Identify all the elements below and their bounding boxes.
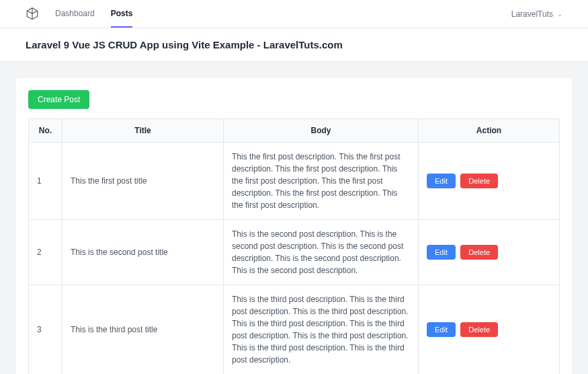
cell-action: Edit Delete [419, 285, 560, 375]
cell-no: 2 [29, 220, 62, 285]
create-post-button[interactable]: Create Post [28, 90, 89, 109]
cell-title: This is the third post title [62, 285, 224, 375]
posts-table: No. Title Body Action 1 This the first p… [28, 118, 560, 374]
edit-button[interactable]: Edit [427, 245, 456, 260]
header-no: No. [29, 119, 62, 143]
header-title: Title [62, 119, 224, 143]
header-body: Body [224, 119, 419, 143]
main-container: Create Post No. Title Body Action 1 This… [0, 62, 588, 374]
delete-button[interactable]: Delete [460, 174, 498, 188]
delete-button[interactable]: Delete [460, 322, 498, 337]
top-navigation: Dashboard Posts LaravelTuts ⌄ [0, 0, 588, 28]
cell-title: This the first post title [62, 143, 224, 220]
delete-button[interactable]: Delete [460, 245, 498, 260]
nav-links: Dashboard Posts [55, 9, 132, 19]
edit-button[interactable]: Edit [427, 174, 456, 188]
table-row: 2 This is the second post title This is … [29, 220, 560, 285]
header-action: Action [419, 119, 560, 143]
table-body: 1 This the first post title This the fir… [29, 143, 560, 375]
nav-left: Dashboard Posts [26, 7, 132, 21]
cell-body: This the first post description. This th… [224, 143, 419, 220]
laravel-logo-icon [26, 7, 39, 21]
table-row: 1 This the first post title This the fir… [29, 143, 560, 220]
nav-link-posts[interactable]: Posts [111, 9, 133, 28]
page-header: Laravel 9 Vue JS CRUD App using Vite Exa… [0, 28, 588, 62]
cell-body: This is the third post description. This… [224, 285, 419, 375]
edit-button[interactable]: Edit [427, 322, 456, 337]
nav-link-dashboard[interactable]: Dashboard [55, 9, 95, 28]
cell-title: This is the second post title [62, 220, 224, 285]
cell-no: 3 [29, 285, 62, 375]
user-menu[interactable]: LaravelTuts ⌄ [511, 9, 562, 19]
chevron-down-icon: ⌄ [557, 10, 562, 17]
posts-card: Create Post No. Title Body Action 1 This… [16, 78, 572, 374]
cell-body: This is the second post description. Thi… [224, 220, 419, 285]
cell-action: Edit Delete [419, 220, 560, 285]
cell-no: 1 [29, 143, 62, 220]
table-row: 3 This is the third post title This is t… [29, 285, 560, 375]
page-title: Laravel 9 Vue JS CRUD App using Vite Exa… [26, 39, 562, 50]
app-logo[interactable] [26, 7, 39, 21]
user-label: LaravelTuts [511, 9, 553, 19]
cell-action: Edit Delete [419, 143, 560, 220]
table-header-row: No. Title Body Action [29, 119, 560, 143]
